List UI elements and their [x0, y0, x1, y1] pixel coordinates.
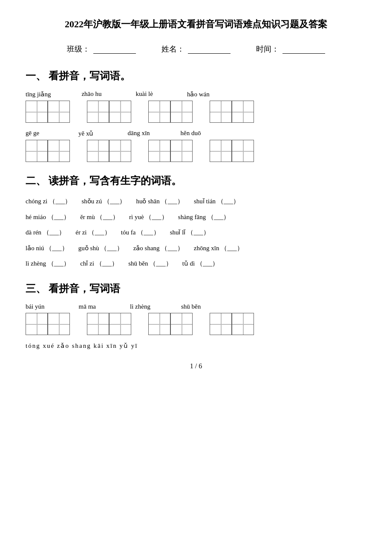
- box-group-s1r1g2: [87, 101, 131, 123]
- char-box: [210, 140, 232, 162]
- s2-item: shǒu zú （___）: [81, 195, 126, 208]
- char-box: [109, 313, 131, 335]
- name-field: 姓名：: [161, 44, 231, 54]
- pinyin-s1r2g1: gē ge: [26, 130, 39, 137]
- box-group-s3r1g4: [210, 313, 254, 335]
- pinyin-s1r2g3: dāng xīn: [128, 130, 150, 137]
- page-number: 1 / 6: [26, 362, 366, 370]
- name-underline: [188, 44, 231, 54]
- char-box: [26, 140, 48, 162]
- s2-item: huǒ shān （___）: [136, 195, 184, 208]
- box-group-s3r1g2: [87, 313, 131, 335]
- char-boxes-row-1: [26, 101, 366, 123]
- class-label: 班级：: [67, 44, 90, 54]
- box-group-s1r1g1: [26, 101, 70, 123]
- section2-row-5: lì zhèng （___） chǐ zi （___） shū běn （___…: [26, 257, 366, 270]
- char-box: [148, 140, 170, 162]
- s2-item: guǒ shù （___）: [78, 242, 123, 254]
- s2-item: ér zi （___）: [75, 226, 110, 239]
- char-box: [170, 140, 193, 162]
- s2-item: shàng fāng （___）: [178, 211, 230, 223]
- char-box: [232, 313, 254, 335]
- char-box: [170, 101, 193, 123]
- pinyin-s1r1g3: kuài lè: [136, 90, 153, 98]
- s2-item: tóu fa （___）: [121, 226, 160, 239]
- char-box: [48, 140, 70, 162]
- section-1-title: 一、 看拼音，写词语。: [26, 69, 366, 83]
- char-boxes-row-2: [26, 140, 366, 162]
- s2-item: dà rén （___）: [26, 226, 65, 239]
- pinyin-s3r1g4: shū běn: [181, 303, 201, 310]
- s2-item: chǐ zi （___）: [80, 257, 118, 270]
- box-group-s3r1g3: [148, 313, 193, 335]
- s2-item: ěr mù （___）: [80, 211, 119, 223]
- s2-item: shū běn （___）: [128, 257, 172, 270]
- char-box: [48, 313, 70, 335]
- char-box: [26, 101, 48, 123]
- s2-item: chóng zi （___）: [26, 195, 71, 208]
- char-boxes-row-s3: [26, 313, 366, 335]
- time-label: 时间：: [256, 44, 279, 54]
- box-group-s1r1g3: [148, 101, 193, 123]
- char-box: [109, 101, 131, 123]
- time-underline: [282, 44, 325, 54]
- pinyin-s1r1g4: hǎo wán: [187, 90, 210, 98]
- section2-row-4: lǎo niú （___） guǒ shù （___） zǎo shang （_…: [26, 242, 366, 254]
- class-underline: [93, 44, 136, 54]
- s2-item: lì zhèng （___）: [26, 257, 70, 270]
- name-label: 姓名：: [161, 44, 184, 54]
- pinyin-s1r1g2: zhāo hu: [81, 90, 101, 98]
- char-box: [148, 101, 170, 123]
- char-box: [210, 101, 232, 123]
- box-group-s1r1g4: [210, 101, 254, 123]
- s2-item: lǎo niú （___）: [26, 242, 68, 254]
- s2-item: shuǐ lǐ （___）: [170, 226, 210, 239]
- section-1: 一、 看拼音，写词语。 tīng jiǎng zhāo hu kuài lè h…: [26, 69, 366, 162]
- class-field: 班级：: [67, 44, 136, 54]
- char-box: [109, 140, 131, 162]
- char-box: [232, 101, 254, 123]
- box-group-s3r1g1: [26, 313, 70, 335]
- box-group-s1r2g4: [210, 140, 254, 162]
- box-group-s1r2g1: [26, 140, 70, 162]
- char-box: [48, 101, 70, 123]
- s2-item: hé miáo （___）: [26, 211, 70, 223]
- char-box: [87, 101, 109, 123]
- char-box: [232, 140, 254, 162]
- char-box: [87, 313, 109, 335]
- pinyin-s3r1g2: mā ma: [79, 303, 96, 310]
- section2-row-3: dà rén （___） ér zi （___） tóu fa （___） sh…: [26, 226, 366, 239]
- pinyin-s1r2g4: hěn duō: [181, 130, 201, 137]
- section-3-title: 三、 看拼音，写词语: [26, 282, 366, 295]
- box-group-s1r2g2: [87, 140, 131, 162]
- pinyin-s1r2g2: yě xǔ: [78, 130, 93, 137]
- section-3: 三、 看拼音，写词语 bái yún mā ma lì zhèng shū bě…: [26, 282, 366, 350]
- s2-item: shuǐ tián （___）: [194, 195, 239, 208]
- s2-item: tǔ dì （___）: [182, 257, 219, 270]
- section2-row-1: chóng zi （___） shǒu zú （___） huǒ shān （_…: [26, 195, 366, 208]
- s2-item: zhōng xīn （___）: [194, 242, 243, 254]
- char-box: [148, 313, 170, 335]
- time-field: 时间：: [256, 44, 325, 54]
- section2-row-2: hé miáo （___） ěr mù （___） rì yuè （___） s…: [26, 211, 366, 223]
- pinyin-s3r1g3: lì zhèng: [130, 303, 150, 310]
- char-box: [210, 313, 232, 335]
- s2-item: zǎo shang （___）: [133, 242, 184, 254]
- char-box: [26, 313, 48, 335]
- section-2: 二、 读拼音，写含有生字的词语。 chóng zi （___） shǒu zú …: [26, 174, 366, 270]
- pinyin-s1r1g1: tīng jiǎng: [26, 90, 51, 98]
- s2-item: rì yuè （___）: [129, 211, 168, 223]
- form-row: 班级： 姓名： 时间：: [26, 44, 366, 54]
- section-2-title: 二、 读拼音，写含有生字的词语。: [26, 174, 366, 188]
- box-group-s1r2g3: [148, 140, 193, 162]
- char-box: [170, 313, 193, 335]
- extra-pinyin-row: tóng xué zǎo shang kāi xīn yǔ yī: [26, 342, 138, 349]
- char-box: [87, 140, 109, 162]
- pinyin-s3r1g1: bái yún: [26, 303, 45, 310]
- page-title: 2022年沪教版一年级上册语文看拼音写词语难点知识习题及答案: [26, 17, 366, 31]
